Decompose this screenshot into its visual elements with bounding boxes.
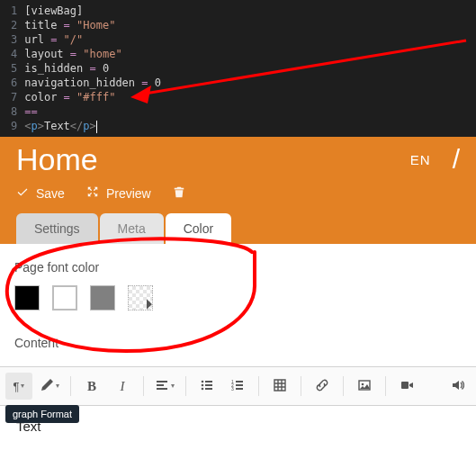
- align-button[interactable]: ▾: [151, 373, 178, 400]
- audio-button[interactable]: [444, 373, 471, 400]
- toolbar-separator: [70, 376, 71, 396]
- bold-icon: B: [87, 379, 96, 394]
- save-label: Save: [36, 186, 65, 201]
- swatch-white[interactable]: [52, 285, 77, 310]
- field-label-page-font-color: Page font color: [14, 260, 471, 274]
- svg-rect-8: [401, 382, 409, 389]
- code-editor[interactable]: 1 2 3 4 5 6 7 8 9 [viewBag] title = "Hom…: [0, 0, 476, 137]
- clear-format-button[interactable]: ▾: [36, 373, 63, 400]
- svg-point-2: [202, 387, 204, 390]
- line-number-gutter: 1 2 3 4 5 6 7 8 9: [0, 0, 24, 137]
- color-swatches: [14, 285, 471, 310]
- rte-toolbar: ¶▾ graph Format ▾ B I ▾ 123: [0, 366, 476, 406]
- save-button[interactable]: Save: [16, 185, 65, 201]
- unordered-list-button[interactable]: [193, 373, 220, 400]
- tab-panel-color: Page font color Content: [0, 244, 476, 366]
- expand-icon: [86, 185, 99, 201]
- breadcrumb-separator: /: [453, 146, 460, 173]
- bold-button[interactable]: B: [78, 373, 105, 400]
- toolbar-separator: [185, 376, 186, 396]
- video-icon: [400, 378, 414, 395]
- tooltip-paragraph-format: graph Format: [5, 405, 79, 423]
- link-icon: [315, 378, 329, 395]
- svg-point-7: [362, 382, 364, 385]
- table-icon: [273, 378, 287, 395]
- swatch-custom[interactable]: [128, 285, 153, 310]
- tab-color[interactable]: Color: [166, 213, 231, 244]
- toolbar-separator: [258, 376, 259, 396]
- link-button[interactable]: [309, 373, 336, 400]
- preview-label: Preview: [106, 186, 151, 201]
- field-label-content: Content: [14, 336, 471, 350]
- tabs: Settings Meta Color: [0, 213, 476, 244]
- trash-icon: [173, 186, 185, 201]
- image-icon: [357, 378, 372, 395]
- toolbar-separator: [385, 376, 386, 396]
- align-left-icon: [155, 378, 169, 395]
- toolbar-separator: [301, 376, 301, 396]
- volume-icon: [450, 378, 464, 395]
- image-button[interactable]: [351, 373, 378, 400]
- tab-meta[interactable]: Meta: [100, 213, 164, 244]
- list-ol-icon: 123: [230, 378, 245, 395]
- svg-point-1: [202, 383, 204, 386]
- toolbar-separator: [143, 376, 144, 396]
- table-button[interactable]: [266, 373, 293, 400]
- list-ul-icon: [200, 378, 214, 395]
- ordered-list-button[interactable]: 123: [224, 373, 251, 400]
- code-body[interactable]: [viewBag] title = "Home" url = "/" layou…: [24, 0, 476, 137]
- language-switch[interactable]: EN: [410, 152, 431, 167]
- check-icon: [16, 185, 29, 201]
- swatch-gray[interactable]: [90, 285, 115, 310]
- svg-point-0: [202, 380, 204, 382]
- toolbar-separator: [343, 376, 344, 396]
- italic-button[interactable]: I: [109, 373, 136, 400]
- svg-text:3: 3: [231, 386, 234, 392]
- italic-icon: I: [121, 379, 125, 394]
- pilcrow-icon: ¶: [13, 380, 20, 393]
- swatch-black[interactable]: [14, 285, 40, 310]
- brush-icon: [40, 378, 54, 395]
- paragraph-format-button[interactable]: ¶▾ graph Format: [5, 373, 32, 400]
- video-button[interactable]: [393, 373, 420, 400]
- tab-settings[interactable]: Settings: [16, 213, 98, 244]
- delete-button[interactable]: [173, 185, 185, 201]
- page-title: Home: [16, 144, 98, 175]
- preview-button[interactable]: Preview: [86, 185, 151, 201]
- page-header: Home EN / Save Preview Settings Me: [0, 137, 476, 244]
